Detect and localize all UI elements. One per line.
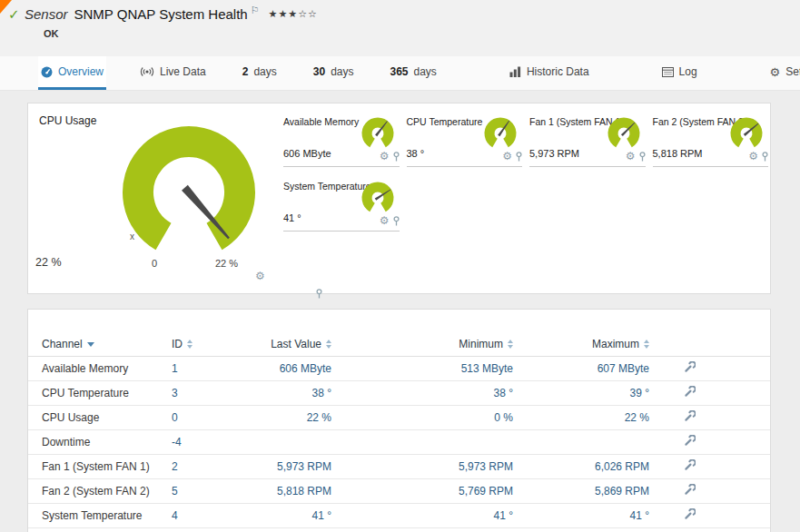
cpu-usage-gauge: x 22 % 0 22 % ⚙ xyxy=(28,103,282,295)
historic-data-icon xyxy=(509,66,521,77)
channel-id: -4 xyxy=(172,429,232,454)
priority-stars[interactable]: ★★★☆☆ xyxy=(269,8,318,19)
tab-overview[interactable]: Overview xyxy=(38,56,106,90)
channel-id: 5 xyxy=(172,478,232,503)
channel-maximum: 41 ° xyxy=(513,503,649,527)
channel-name-link[interactable]: CPU Usage xyxy=(28,405,172,429)
channel-table-panel: Channel ID Last Value Minimum Maximum xyxy=(27,309,771,532)
tab-label: Overview xyxy=(58,65,104,78)
sort-icon xyxy=(326,340,331,349)
channel-settings-icon[interactable] xyxy=(684,484,696,498)
channel-settings-icon[interactable] xyxy=(684,361,696,376)
gauge-value: 41 ° xyxy=(283,212,301,223)
tab-log[interactable]: Log xyxy=(659,56,700,90)
gear-icon: ⚙ xyxy=(770,66,781,78)
gauge-pin-icon[interactable] xyxy=(639,152,646,162)
channel-maximum: 6,026 RPM xyxy=(513,454,649,478)
sensor-kind-label: Sensor xyxy=(25,6,68,22)
tab-365-days[interactable]: 365 days xyxy=(387,56,439,90)
scale-marker: x xyxy=(130,232,134,241)
col-label: Channel xyxy=(42,338,83,350)
channel-table: Channel ID Last Value Minimum Maximum xyxy=(28,333,770,528)
table-row: CPU Temperature 3 38 ° 38 ° 39 ° xyxy=(28,380,770,405)
channel-last-value: 5,818 RPM xyxy=(232,478,331,503)
tab-live-data[interactable]: Live Data xyxy=(137,56,209,90)
gauge-scale-max: 22 % xyxy=(215,258,238,269)
channel-maximum: 22 % xyxy=(513,405,649,429)
channel-last-value xyxy=(232,429,331,454)
channel-last-value: 41 ° xyxy=(232,503,331,527)
tab-label: Log xyxy=(679,65,697,78)
col-label: Minimum xyxy=(459,338,503,350)
channel-last-value: 606 MByte xyxy=(232,356,331,380)
gauge-pin-icon[interactable] xyxy=(393,152,400,162)
gauge-settings-gear-icon[interactable]: ⚙ xyxy=(748,151,758,162)
col-header-minimum[interactable]: Minimum xyxy=(331,333,513,356)
channel-minimum: 5,769 RPM xyxy=(331,478,513,503)
channel-settings-icon[interactable] xyxy=(684,508,696,523)
gauge-cell-cpu-temperature: CPU Temperature 38 ° ⚙ xyxy=(407,115,523,167)
channel-last-value: 22 % xyxy=(232,405,331,429)
flag-icon[interactable]: ⚐ xyxy=(251,5,260,15)
channel-name-link[interactable]: System Temperature xyxy=(28,503,172,527)
gauge-value: 5,973 RPM xyxy=(529,148,579,159)
gauge-value: 38 ° xyxy=(407,148,425,159)
channel-id: 0 xyxy=(172,405,232,429)
channel-id: 2 xyxy=(172,454,232,478)
tab-label: days xyxy=(331,65,353,78)
table-header-row: Channel ID Last Value Minimum Maximum xyxy=(28,333,770,356)
channel-settings-icon[interactable] xyxy=(684,386,696,400)
tab-label: days xyxy=(253,65,276,78)
channel-id: 3 xyxy=(172,380,232,405)
tab-30-days[interactable]: 30 days xyxy=(311,56,357,90)
gauge-current-value: 22 % xyxy=(35,256,62,269)
channel-maximum xyxy=(513,429,649,454)
gauge-dial xyxy=(356,116,400,153)
col-header-channel[interactable]: Channel xyxy=(28,333,172,356)
gauge-settings-gear-icon[interactable]: ⚙ xyxy=(502,151,512,162)
gauge-cell-fan-1: Fan 1 (System FAN 1) 5,973 RPM ⚙ xyxy=(529,115,646,167)
channel-name-link[interactable]: Fan 1 (System FAN 1) xyxy=(28,454,172,478)
table-row: Fan 1 (System FAN 1) 2 5,973 RPM 5,973 R… xyxy=(28,454,770,478)
gauge-settings-gear-icon[interactable]: ⚙ xyxy=(255,271,265,281)
status-check-icon: ✓ xyxy=(8,6,20,23)
col-header-id[interactable]: ID xyxy=(172,333,232,356)
tab-2-days[interactable]: 2 days xyxy=(240,56,280,90)
tab-number: 2 xyxy=(242,65,249,78)
tab-historic-data[interactable]: Historic Data xyxy=(507,56,592,90)
sort-icon xyxy=(644,340,649,349)
gauge-pin-icon[interactable] xyxy=(516,152,522,162)
channel-id: 1 xyxy=(172,356,232,380)
gauge-pin-icon[interactable] xyxy=(393,216,400,226)
gauge-settings-gear-icon[interactable]: ⚙ xyxy=(626,151,636,162)
channel-minimum: 5,973 RPM xyxy=(331,454,513,478)
tab-settings[interactable]: ⚙ Settings xyxy=(767,56,800,90)
gauge-dial xyxy=(356,181,400,217)
table-row: Available Memory 1 606 MByte 513 MByte 6… xyxy=(28,356,770,380)
channel-name-link[interactable]: Downtime xyxy=(28,429,172,454)
gauge-pin-icon[interactable] xyxy=(316,289,322,299)
col-header-maximum[interactable]: Maximum xyxy=(513,333,649,356)
gauge-dial xyxy=(479,116,522,153)
channel-settings-icon[interactable] xyxy=(684,459,696,474)
channel-name-link[interactable]: Fan 2 (System FAN 2) xyxy=(28,478,172,503)
channel-last-value: 38 ° xyxy=(232,380,331,405)
status-badge: OK xyxy=(44,28,59,39)
channel-name-link[interactable]: Available Memory xyxy=(28,356,172,380)
channel-settings-icon[interactable] xyxy=(684,435,696,449)
gauge-pin-icon[interactable] xyxy=(762,152,768,162)
channel-settings-icon[interactable] xyxy=(684,410,696,425)
tab-label: Live Data xyxy=(160,65,206,78)
tab-number: 365 xyxy=(390,65,408,78)
gauge-settings-gear-icon[interactable]: ⚙ xyxy=(380,215,390,226)
sort-desc-icon xyxy=(87,342,94,347)
gauge-dial xyxy=(602,116,646,153)
channel-name-link[interactable]: CPU Temperature xyxy=(28,380,172,405)
gauge-settings-gear-icon[interactable]: ⚙ xyxy=(380,151,390,162)
overview-icon xyxy=(41,66,53,78)
tab-bar: Overview Live Data 2 days 30 days 365 da… xyxy=(0,56,800,91)
col-header-last-value[interactable]: Last Value xyxy=(232,333,331,356)
channel-minimum xyxy=(331,429,513,454)
channel-maximum: 5,869 RPM xyxy=(513,478,649,503)
channel-minimum: 38 ° xyxy=(331,380,513,405)
